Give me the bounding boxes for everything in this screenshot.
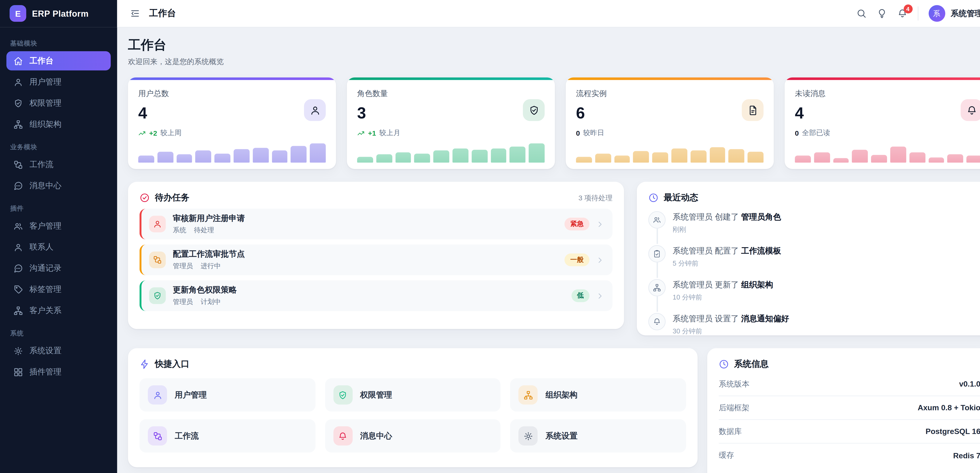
lightbulb-icon[interactable]: [877, 8, 887, 18]
task-row[interactable]: 审核新用户注册申请 系统 待处理 紧急: [140, 209, 612, 239]
stat-card-unread-messages: 未读消息 4 0 全部已读: [784, 77, 980, 169]
workflow-icon: [14, 160, 23, 169]
sidebar-item-contacts[interactable]: 联系人: [6, 237, 111, 256]
task-status: 待处理: [194, 226, 214, 235]
quick-link-permission-management[interactable]: 权限管理: [325, 378, 501, 412]
task-subtitle: 管理员 计划中: [173, 298, 237, 307]
search-icon[interactable]: [856, 8, 866, 18]
user-name: 系统管理员: [951, 8, 980, 19]
chart-bar: [871, 155, 887, 162]
chart-bar: [376, 154, 392, 162]
stat-cards: 用户总数 4 +2 较上周 角色数量 3: [128, 77, 980, 169]
bell-icon: [961, 99, 980, 121]
system-info-panel: 系统信息 系统版本 v0.1.0 后端框架 Axum 0.8 + Tokio 数…: [707, 348, 980, 473]
stat-value: 4: [795, 104, 980, 122]
chart-bar: [357, 157, 373, 162]
chart-bar: [272, 151, 288, 163]
clipboard-check-icon: [648, 245, 666, 263]
sidebar-item-message-center[interactable]: 消息中心: [6, 176, 111, 195]
sidebar-item-customer-relations[interactable]: 客户关系: [6, 301, 111, 320]
chart-bar: [433, 151, 449, 163]
topbar-title: 工作台: [149, 8, 176, 19]
hierarchy-icon: [14, 306, 23, 315]
chart-bar: [929, 157, 944, 162]
chart-bar: [234, 149, 250, 163]
sidebar-item-communication-log[interactable]: 沟通记录: [6, 258, 111, 278]
sidebar-item-org-structure[interactable]: 组织架构: [6, 115, 111, 134]
sidebar-item-customer-management[interactable]: 客户管理: [6, 217, 111, 236]
main-area: 工作台 4 系 系统管理员 工作台 欢迎回来，这是您的系统概览: [117, 0, 980, 473]
sysinfo-row-version: 系统版本 v0.1.0: [719, 373, 980, 396]
topbar-actions: 4 系 系统管理员: [856, 5, 980, 22]
stat-trend: +1 较上月: [357, 128, 545, 138]
app-logo: E: [10, 5, 26, 22]
task-row[interactable]: 更新角色权限策略 管理员 计划中 低: [140, 280, 612, 311]
notifications-button[interactable]: 4: [897, 8, 907, 18]
user-icon: [14, 242, 23, 252]
quick-link-workflow[interactable]: 工作流: [140, 419, 315, 452]
trend-value: +2: [149, 129, 157, 137]
user-menu[interactable]: 系 系统管理员: [928, 5, 980, 22]
todo-panel-header: 待办任务 3 项待处理: [140, 192, 612, 204]
quick-link-user-management[interactable]: 用户管理: [140, 378, 315, 412]
chart-bar: [196, 151, 211, 163]
panel-title: 待办任务: [155, 192, 189, 204]
content: 工作台 欢迎回来，这是您的系统概览 用户总数 4 +2 较上周: [117, 27, 980, 473]
sidebar-item-label: 工作流: [29, 159, 53, 170]
mini-bar-chart: [138, 143, 326, 162]
card-accent: [347, 77, 555, 80]
page-subtitle: 欢迎回来，这是您的系统概览: [128, 57, 980, 67]
sidebar-collapse-icon[interactable]: [130, 8, 140, 18]
task-row[interactable]: 配置工作流审批节点 管理员 进行中 一般: [140, 244, 612, 275]
shield-check-icon: [333, 385, 352, 405]
trend-up-icon: [357, 129, 365, 137]
stat-trend: 0 较昨日: [576, 128, 764, 138]
sidebar-item-label: 标签管理: [29, 284, 61, 295]
quick-link-message-center[interactable]: 消息中心: [325, 419, 501, 452]
quick-link-label: 组织架构: [546, 390, 578, 400]
trend-text: 较昨日: [583, 128, 604, 138]
quick-link-label: 工作流: [175, 430, 199, 441]
task-right: 一般: [565, 253, 604, 266]
activity-panel-header: 最近动态: [648, 192, 980, 204]
sidebar-item-workbench[interactable]: 工作台: [6, 51, 111, 70]
activity-time: 刚刚: [673, 225, 781, 234]
sidebar-item-label: 消息中心: [29, 180, 61, 191]
mini-bar-chart: [795, 143, 980, 162]
sidebar-item-permission-management[interactable]: 权限管理: [6, 94, 111, 113]
panel-title: 快捷入口: [155, 358, 189, 370]
stat-value: 6: [576, 104, 764, 122]
trend-value: 0: [576, 129, 580, 137]
priority-badge: 低: [571, 289, 589, 302]
sidebar-item-system-settings[interactable]: 系统设置: [6, 341, 111, 360]
task-source: 系统: [173, 226, 186, 235]
workflow-icon: [149, 252, 166, 268]
chart-bar: [310, 143, 326, 162]
card-accent: [128, 77, 336, 80]
chevron-right-icon: [596, 291, 604, 300]
sysinfo-value: Redis 7: [953, 451, 980, 460]
chart-bar: [472, 150, 487, 163]
sidebar-item-tag-management[interactable]: 标签管理: [6, 280, 111, 299]
chart-bar: [671, 149, 687, 163]
sidebar-item-workflow[interactable]: 工作流: [6, 155, 111, 174]
stat-label: 流程实例: [576, 88, 764, 99]
task-right: 紧急: [565, 218, 604, 230]
task-subtitle: 系统 待处理: [173, 226, 245, 235]
sidebar-item-user-management[interactable]: 用户管理: [6, 72, 111, 92]
chart-bar: [748, 152, 764, 163]
quick-link-system-settings[interactable]: 系统设置: [511, 419, 686, 452]
task-right: 低: [571, 289, 604, 302]
middle-row: 待办任务 3 项待处理 审核新用户注册申请 系统 待处理: [128, 182, 980, 335]
trend-text: 较上月: [379, 128, 401, 138]
activity-item: 系统管理员 创建了 管理员角色 刚刚: [648, 211, 980, 245]
stat-trend: +2 较上周: [138, 128, 326, 138]
bottom-row: 快捷入口 用户管理 权限管理 组织架构: [128, 348, 980, 473]
user-icon: [304, 99, 326, 121]
system-info-rows: 系统版本 v0.1.0 后端框架 Axum 0.8 + Tokio 数据库 Po…: [719, 373, 980, 467]
gear-icon: [519, 426, 538, 446]
task-main: 配置工作流审批节点 管理员 进行中: [173, 249, 245, 271]
quick-link-org-structure[interactable]: 组织架构: [511, 378, 686, 412]
sidebar-item-plugin-management[interactable]: 插件管理: [6, 362, 111, 381]
activity-time: 30 分钟前: [673, 327, 789, 336]
